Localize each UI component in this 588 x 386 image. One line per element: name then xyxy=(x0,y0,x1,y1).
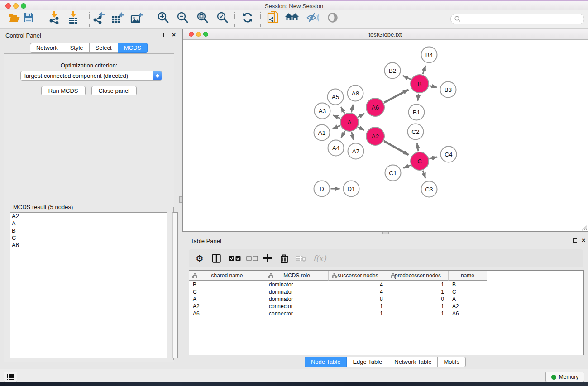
tab-node-table[interactable]: Node Table xyxy=(305,357,347,367)
graph-node-label: A5 xyxy=(332,94,339,100)
export-table-icon[interactable] xyxy=(110,10,125,25)
table-row[interactable]: Cdominator41C xyxy=(189,288,487,295)
close-table-panel-icon[interactable]: ✕ xyxy=(580,237,587,243)
mcds-result-item[interactable]: A6 xyxy=(10,242,167,249)
graph-edge-C-C4[interactable] xyxy=(429,157,437,159)
float-panel-icon[interactable] xyxy=(162,32,168,38)
dropdown-stepper-icon xyxy=(153,71,162,80)
selected-option: largest connected component (directed) xyxy=(21,72,153,79)
graph-edge-A-A3[interactable] xyxy=(333,115,340,119)
float-table-panel-icon[interactable] xyxy=(572,237,578,243)
graph-edge-B-B3[interactable] xyxy=(430,86,437,87)
column-header-successor-nodes[interactable]: successor nodes xyxy=(329,271,387,281)
zoom-selected-icon[interactable] xyxy=(215,10,230,25)
show-hidden-icon[interactable] xyxy=(325,10,340,25)
network-canvas[interactable]: AA1A2A3A4A5A6A7A8BB1B2B3B4CC1C2C3C4DD1 xyxy=(183,40,588,231)
cell-successor-nodes: 4 xyxy=(329,281,387,288)
graph-edge-A2-C[interactable] xyxy=(384,141,408,155)
apply-layout-icon[interactable] xyxy=(240,10,255,25)
delete-column-icon[interactable] xyxy=(278,253,290,264)
cell-shared-name: B xyxy=(189,281,265,288)
graph-edge-C-C1[interactable] xyxy=(403,165,411,168)
graph-edge-B-B4[interactable] xyxy=(423,66,425,74)
column-header-shared-name[interactable]: shared name xyxy=(189,271,265,281)
home-networks-icon[interactable] xyxy=(284,10,300,25)
import-table-icon[interactable] xyxy=(66,10,81,25)
optimization-criterion-select[interactable]: largest connected component (directed) xyxy=(20,71,162,81)
mcds-result-item[interactable]: A2 xyxy=(10,213,167,220)
toolbar-separator xyxy=(34,12,34,27)
import-network-icon[interactable] xyxy=(47,10,62,25)
tab-network[interactable]: Network xyxy=(30,43,64,53)
column-header-MCDS-role[interactable]: MCDS role xyxy=(265,271,329,281)
add-column-icon[interactable] xyxy=(261,253,274,264)
search-field[interactable] xyxy=(450,14,584,24)
graph-node-label: B1 xyxy=(413,109,421,116)
network-window-titlebar[interactable]: testGlobe.txt xyxy=(183,29,588,40)
graph-edge-A-A6[interactable] xyxy=(358,114,364,117)
mcds-result-item[interactable]: C xyxy=(10,234,167,242)
mcds-result-list[interactable]: A2ABCA6 xyxy=(10,212,167,358)
delete-table-icon[interactable] xyxy=(295,253,307,264)
graph-edge-A-A4[interactable] xyxy=(341,131,345,138)
mcds-result-item[interactable]: A xyxy=(10,220,167,227)
horizontal-splitter-handle[interactable] xyxy=(382,232,389,234)
mcds-result-item[interactable]: B xyxy=(10,227,167,234)
column-header-label: MCDS role xyxy=(283,272,310,279)
function-builder-icon[interactable]: f(x) xyxy=(312,253,327,264)
run-mcds-button[interactable]: Run MCDS xyxy=(41,86,86,95)
cell-name: A2 xyxy=(449,303,487,310)
graph-edge-C-C3[interactable] xyxy=(423,171,425,178)
tab-motifs[interactable]: Motifs xyxy=(438,357,466,367)
result-list-scrollbar[interactable] xyxy=(172,212,178,358)
graph-node-label: D1 xyxy=(347,186,355,192)
column-header-name[interactable]: name xyxy=(449,271,487,281)
table-settings-icon[interactable]: ⚙ xyxy=(194,253,205,264)
graph-edge-A6-B[interactable] xyxy=(384,90,408,103)
cell-shared-name: A2 xyxy=(189,303,265,310)
zoom-out-icon[interactable] xyxy=(175,10,191,25)
table-row[interactable]: Adominator80A xyxy=(189,295,487,303)
graph-edge-A-A5[interactable] xyxy=(341,107,344,113)
graph-edge-B-B2[interactable] xyxy=(403,76,411,79)
tab-edge-table[interactable]: Edge Table xyxy=(347,357,388,367)
column-layout-icon[interactable] xyxy=(210,253,222,264)
graph-edge-A-A8[interactable] xyxy=(351,105,353,112)
tab-network-table[interactable]: Network Table xyxy=(388,357,438,367)
table-panel-title: Table Panel xyxy=(191,238,221,244)
graph-node-label: C2 xyxy=(411,129,419,135)
zoom-in-icon[interactable] xyxy=(156,10,171,25)
table-row[interactable]: A2connector11A2 xyxy=(189,303,487,310)
resize-grip-icon[interactable] xyxy=(581,224,587,231)
table-row[interactable]: Bdominator41B xyxy=(189,281,487,288)
memory-button[interactable]: Memory xyxy=(545,372,584,382)
hide-selected-icon[interactable] xyxy=(305,10,320,25)
table-row[interactable]: A6connector11A6 xyxy=(189,310,487,317)
select-all-checks-icon[interactable] xyxy=(229,253,241,264)
graph-edge-C-C2[interactable] xyxy=(417,143,418,151)
graph-edge-B-B1[interactable] xyxy=(418,94,419,101)
search-input[interactable] xyxy=(463,15,584,23)
duplicate-network-icon[interactable] xyxy=(265,10,281,25)
close-panel-icon[interactable]: ✕ xyxy=(171,32,177,38)
tab-style[interactable]: Style xyxy=(64,43,90,53)
graph-edge-A-A2[interactable] xyxy=(358,127,364,130)
cell-successor-nodes: 8 xyxy=(329,295,387,303)
column-header-predecessor-nodes[interactable]: predecessor nodes xyxy=(387,271,449,281)
tab-mcds[interactable]: MCDS xyxy=(118,43,148,53)
open-session-icon[interactable] xyxy=(7,10,22,25)
tab-select[interactable]: Select xyxy=(90,43,118,53)
close-panel-button[interactable]: Close panel xyxy=(91,86,137,95)
list-icon xyxy=(6,373,14,381)
fit-content-icon[interactable] xyxy=(195,10,210,25)
export-image-icon[interactable] xyxy=(129,10,145,25)
search-icon xyxy=(454,16,461,22)
column-header-label: shared name xyxy=(211,272,243,279)
graph-edge-A-A1[interactable] xyxy=(333,126,340,129)
graph-edge-A-A7[interactable] xyxy=(352,132,354,140)
vertical-splitter-handle[interactable] xyxy=(179,196,182,203)
export-network-icon[interactable] xyxy=(91,10,106,25)
task-history-button[interactable] xyxy=(4,372,17,382)
graph-node-label: A1 xyxy=(318,129,326,136)
deselect-all-checks-icon[interactable] xyxy=(246,253,258,264)
